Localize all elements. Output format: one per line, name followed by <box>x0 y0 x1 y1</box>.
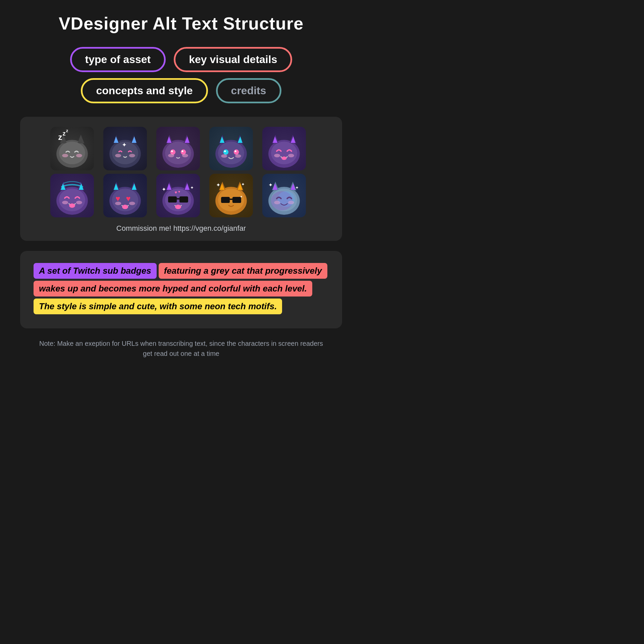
svg-point-57 <box>69 203 75 208</box>
tag-concepts-and-style: concepts and style <box>81 78 208 103</box>
highlight-yellow-badge: The style is simple and cute, with some … <box>34 299 282 314</box>
emoji-grid: z z z <box>50 127 312 217</box>
svg-text:✦: ✦ <box>190 185 194 190</box>
svg-text:♥: ♥ <box>178 190 180 194</box>
svg-point-107 <box>274 201 280 204</box>
svg-text:✦: ✦ <box>295 185 299 190</box>
svg-point-39 <box>234 150 236 152</box>
svg-point-3 <box>59 142 85 164</box>
svg-text:z: z <box>62 130 65 137</box>
desc-line-3: The style is simple and cute, with some … <box>34 299 329 314</box>
svg-point-108 <box>288 201 294 204</box>
highlight-red-badge-1: featuring a grey cat that progressively <box>159 263 327 279</box>
desc-line-1: A set of Twitch sub badges featuring a g… <box>34 263 329 279</box>
cat-pink-eyes <box>156 127 200 170</box>
svg-point-16 <box>115 154 121 157</box>
tag-type-of-asset: type of asset <box>70 47 166 72</box>
cat-gold: ✦ ✦ ✦ <box>209 174 253 217</box>
svg-text:✦: ✦ <box>241 182 245 187</box>
tag-credits: credits <box>216 78 281 103</box>
svg-point-40 <box>221 154 227 158</box>
note-text: Note: Make an exeption for URLs when tra… <box>37 338 325 359</box>
svg-point-56 <box>59 189 85 211</box>
svg-text:z: z <box>58 133 62 142</box>
svg-point-41 <box>235 154 241 158</box>
highlight-red-badge-2: wakes up and becomes more hyped and colo… <box>34 281 312 297</box>
svg-text:♥: ♥ <box>126 194 131 203</box>
svg-point-47 <box>271 142 297 164</box>
svg-text:z: z <box>66 128 68 133</box>
svg-point-36 <box>223 150 229 155</box>
commission-text: Commission me! https://vgen.co/gianfar <box>116 224 246 233</box>
cat-sleeping: z z z <box>50 127 94 170</box>
svg-point-37 <box>234 150 239 155</box>
svg-rect-96 <box>230 199 232 200</box>
svg-point-29 <box>182 154 188 157</box>
svg-text:♥: ♥ <box>115 194 120 203</box>
svg-point-58 <box>62 201 68 204</box>
svg-point-23 <box>165 142 191 164</box>
tags-section: type of asset key visual details concept… <box>20 47 342 103</box>
svg-point-7 <box>62 154 68 157</box>
svg-point-17 <box>129 154 135 157</box>
svg-point-38 <box>224 150 226 152</box>
svg-point-8 <box>76 154 82 157</box>
svg-point-50 <box>288 154 294 157</box>
svg-point-49 <box>274 154 280 157</box>
svg-point-35 <box>218 142 244 164</box>
svg-rect-78 <box>179 197 188 203</box>
desc-line-2: wakes up and becomes more hyped and colo… <box>34 281 329 297</box>
svg-rect-94 <box>221 197 230 203</box>
svg-point-84 <box>175 205 181 209</box>
svg-text:✦: ✦ <box>268 182 273 188</box>
svg-text:✦: ✦ <box>122 142 127 148</box>
svg-point-59 <box>76 201 82 204</box>
cat-cyan-eyes <box>209 127 253 170</box>
svg-marker-2 <box>77 135 85 143</box>
cat-happy <box>262 127 306 170</box>
svg-rect-95 <box>232 197 241 203</box>
svg-point-27 <box>181 150 183 152</box>
cat-tongue <box>50 174 94 217</box>
tags-row-1: type of asset key visual details <box>70 47 292 72</box>
svg-point-26 <box>171 150 173 152</box>
description-card: A set of Twitch sub badges featuring a g… <box>20 251 342 328</box>
cat-hearts: ♥ ♥ <box>103 174 147 217</box>
cat-galaxy: ✦ ✦ <box>262 174 306 217</box>
tag-key-visual-details: key visual details <box>174 47 292 72</box>
svg-point-68 <box>122 205 128 209</box>
asset-card: z z z <box>20 117 342 241</box>
svg-rect-79 <box>177 198 179 200</box>
svg-point-69 <box>115 202 121 205</box>
svg-point-48 <box>281 156 287 160</box>
cat-awakening: ✦ <box>103 127 147 170</box>
svg-text:✦: ✦ <box>216 182 220 188</box>
svg-rect-77 <box>168 197 177 203</box>
svg-point-70 <box>129 202 135 205</box>
cat-sunglasses: ✦ ✦ ♥ ♥ <box>156 174 200 217</box>
svg-point-28 <box>168 154 174 157</box>
svg-text:♥: ♥ <box>175 190 177 195</box>
tags-row-2: concepts and style credits <box>81 78 281 103</box>
svg-text:✦: ✦ <box>162 186 166 192</box>
highlight-purple-badge: A set of Twitch sub badges <box>34 263 157 279</box>
page-title: VDesigner Alt Text Structure <box>59 13 304 34</box>
